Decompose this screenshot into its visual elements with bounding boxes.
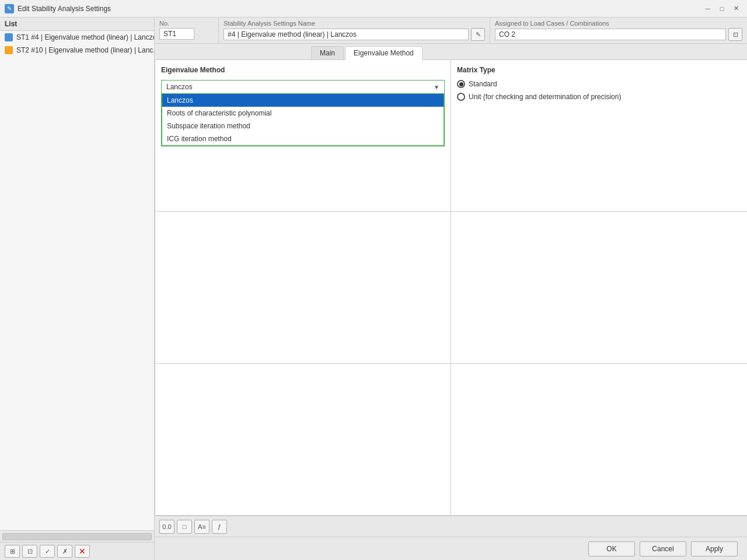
eigenvalue-dropdown-container: Lanczos ▼ Lanczos Roots of characteristi…: [161, 80, 445, 94]
title-bar-left: ✎ Edit Stability Analysis Settings: [5, 4, 111, 13]
dialog-footer: OK Cancel Apply: [155, 537, 747, 560]
decimal-button[interactable]: 0.0: [159, 520, 174, 534]
assigned-input[interactable]: [495, 29, 726, 40]
number-input[interactable]: [159, 28, 194, 40]
left-panel-toolbar: ⊞ ⊡ ✓ ✗ ✕: [0, 542, 154, 560]
assigned-label: Assigned to Load Cases / Combinations: [495, 20, 742, 27]
eigenvalue-dropdown-trigger[interactable]: Lanczos ▼: [161, 80, 445, 94]
maximize-button[interactable]: □: [715, 2, 728, 15]
eigenvalue-method-panel: Eigenvalue Method Lanczos ▼ Lanczos Root…: [155, 60, 451, 212]
list-item-label-st2: ST2 #10 | Eigenvalue method (linear) | L…: [16, 46, 154, 54]
add-button[interactable]: ⊞: [5, 545, 20, 558]
radio-standard[interactable]: Standard: [457, 80, 741, 88]
right-panel: No. Stability Analysis Settings Name ✎ A…: [155, 18, 747, 560]
name-label: Stability Analysis Settings Name: [224, 20, 485, 27]
number-cell: No.: [155, 18, 219, 43]
number-input-row: [159, 28, 214, 40]
close-button[interactable]: ✕: [729, 2, 742, 15]
minimize-button[interactable]: ─: [701, 2, 714, 15]
list-content: ST1 #4 | Eigenvalue method (linear) | La…: [0, 31, 154, 530]
tab-main-label: Main: [320, 49, 335, 57]
matrix-type-panel: Matrix Type Standard Unit (for checking …: [451, 60, 747, 212]
list-header: List: [0, 18, 154, 31]
assigned-input-row: ⊡: [495, 28, 742, 41]
assigned-cell: Assigned to Load Cases / Combinations ⊡: [490, 18, 747, 43]
matrix-type-title: Matrix Type: [457, 66, 741, 74]
edit-name-button[interactable]: ✎: [471, 28, 485, 41]
list-item-icon-st2: [5, 46, 13, 54]
bottom-toolbar: 0.0 □ A≡ ƒ: [155, 516, 747, 537]
option-subspace-iteration[interactable]: Subspace iteration method: [162, 120, 444, 132]
tab-eigenvalue-label: Eigenvalue Method: [354, 49, 414, 57]
name-input[interactable]: [224, 29, 469, 40]
assigned-edit-button[interactable]: ⊡: [728, 28, 742, 41]
list-item-label-st1: ST1 #4 | Eigenvalue method (linear) | La…: [16, 33, 154, 41]
main-content: List ST1 #4 | Eigenvalue method (linear)…: [0, 18, 747, 560]
matrix-type-radio-group: Standard Unit (for checking and determin…: [457, 80, 741, 101]
app-icon: ✎: [5, 4, 14, 13]
name-input-row: ✎: [224, 28, 485, 41]
title-bar-controls: ─ □ ✕: [701, 2, 742, 15]
radio-unit[interactable]: Unit (for checking and determination of …: [457, 93, 741, 101]
apply-button[interactable]: Apply: [691, 541, 738, 556]
number-label: No.: [159, 20, 214, 27]
settings-header: No. Stability Analysis Settings Name ✎ A…: [155, 18, 747, 44]
list-item-icon-st1: [5, 33, 13, 41]
tab-eigenvalue-method[interactable]: Eigenvalue Method: [345, 46, 423, 60]
tabs-bar: Main Eigenvalue Method: [155, 44, 747, 60]
bottom-right-panel: [451, 364, 747, 516]
middle-left-panel: [155, 212, 451, 363]
radio-unit-circle: [457, 93, 465, 101]
horizontal-scrollbar[interactable]: [2, 533, 152, 540]
title-bar-title: Edit Stability Analysis Settings: [18, 5, 111, 13]
eigenvalue-dropdown-value: Lanczos: [166, 83, 193, 91]
left-panel: List ST1 #4 | Eigenvalue method (linear)…: [0, 18, 155, 560]
middle-right-panel: [451, 212, 747, 363]
content-area: Eigenvalue Method Lanczos ▼ Lanczos Root…: [155, 60, 747, 516]
panels-grid: Eigenvalue Method Lanczos ▼ Lanczos Root…: [155, 60, 747, 516]
copy-button[interactable]: ⊡: [22, 545, 37, 558]
dropdown-arrow-icon: ▼: [434, 84, 439, 90]
radio-standard-label: Standard: [469, 80, 497, 88]
horizontal-scrollbar-area: [0, 530, 154, 542]
ok-button[interactable]: OK: [588, 541, 635, 556]
title-bar: ✎ Edit Stability Analysis Settings ─ □ ✕: [0, 0, 747, 18]
check-button[interactable]: ✓: [40, 545, 55, 558]
list-item[interactable]: ST1 #4 | Eigenvalue method (linear) | La…: [0, 31, 154, 44]
option-roots-polynomial[interactable]: Roots of characteristic polynomial: [162, 107, 444, 120]
option-icg-iteration[interactable]: ICG iteration method: [162, 132, 444, 145]
function-button[interactable]: ƒ: [212, 520, 227, 534]
radio-standard-circle: [457, 80, 465, 88]
grid-button[interactable]: □: [177, 520, 192, 534]
tab-main[interactable]: Main: [311, 46, 344, 60]
cross-button[interactable]: ✗: [57, 545, 72, 558]
option-lanczos[interactable]: Lanczos: [162, 94, 444, 107]
eigenvalue-method-title: Eigenvalue Method: [161, 66, 445, 74]
eigenvalue-dropdown-menu: Lanczos Roots of characteristic polynomi…: [161, 94, 445, 146]
cancel-button[interactable]: Cancel: [640, 541, 686, 556]
radio-unit-label: Unit (for checking and determination of …: [469, 93, 621, 101]
bottom-left-panel: [155, 364, 451, 516]
list-item-st2[interactable]: ST2 #10 | Eigenvalue method (linear) | L…: [0, 44, 154, 57]
name-cell: Stability Analysis Settings Name ✎: [219, 18, 490, 43]
text-button[interactable]: A≡: [194, 520, 210, 534]
delete-button[interactable]: ✕: [75, 545, 90, 558]
